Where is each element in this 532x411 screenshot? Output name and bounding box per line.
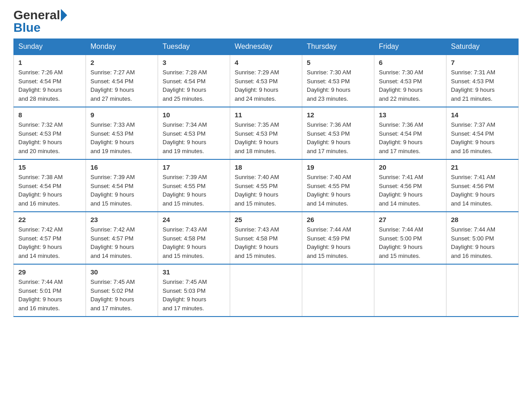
calendar-cell: 28 Sunrise: 7:44 AM Sunset: 5:00 PM Dayl… xyxy=(446,212,519,264)
day-info: Sunrise: 7:45 AM Sunset: 5:03 PM Dayligh… xyxy=(163,278,225,313)
day-number: 2 xyxy=(90,59,153,66)
day-number: 5 xyxy=(307,59,369,66)
calendar-header-row: SundayMondayTuesdayWednesdayThursdayFrid… xyxy=(14,39,519,55)
calendar-cell: 22 Sunrise: 7:42 AM Sunset: 4:57 PM Dayl… xyxy=(14,212,86,264)
calendar-cell xyxy=(446,264,519,317)
day-info: Sunrise: 7:44 AM Sunset: 5:01 PM Dayligh… xyxy=(18,278,81,313)
calendar-cell: 14 Sunrise: 7:37 AM Sunset: 4:54 PM Dayl… xyxy=(446,107,519,159)
day-number: 27 xyxy=(379,216,442,223)
calendar-week-row: 29 Sunrise: 7:44 AM Sunset: 5:01 PM Dayl… xyxy=(14,264,519,317)
calendar-cell: 11 Sunrise: 7:35 AM Sunset: 4:53 PM Dayl… xyxy=(230,107,302,159)
logo: General Blue xyxy=(13,9,67,34)
day-info: Sunrise: 7:30 AM Sunset: 4:53 PM Dayligh… xyxy=(307,68,369,103)
calendar-cell: 2 Sunrise: 7:27 AM Sunset: 4:54 PM Dayli… xyxy=(86,55,158,107)
calendar-cell: 31 Sunrise: 7:45 AM Sunset: 5:03 PM Dayl… xyxy=(158,264,230,317)
day-number: 11 xyxy=(235,111,297,119)
calendar-cell: 24 Sunrise: 7:43 AM Sunset: 4:58 PM Dayl… xyxy=(158,212,230,264)
calendar-cell: 5 Sunrise: 7:30 AM Sunset: 4:53 PM Dayli… xyxy=(302,55,374,107)
day-number: 10 xyxy=(163,111,225,119)
day-number: 23 xyxy=(90,216,153,223)
day-number: 3 xyxy=(163,59,225,66)
calendar-cell: 17 Sunrise: 7:39 AM Sunset: 4:55 PM Dayl… xyxy=(158,159,230,212)
calendar-week-row: 1 Sunrise: 7:26 AM Sunset: 4:54 PM Dayli… xyxy=(14,55,519,107)
day-info: Sunrise: 7:45 AM Sunset: 5:02 PM Dayligh… xyxy=(90,278,153,313)
calendar-cell: 30 Sunrise: 7:45 AM Sunset: 5:02 PM Dayl… xyxy=(86,264,158,317)
day-info: Sunrise: 7:43 AM Sunset: 4:58 PM Dayligh… xyxy=(235,225,297,260)
day-info: Sunrise: 7:39 AM Sunset: 4:55 PM Dayligh… xyxy=(163,173,225,208)
calendar-cell: 9 Sunrise: 7:33 AM Sunset: 4:53 PM Dayli… xyxy=(86,107,158,159)
calendar-cell: 19 Sunrise: 7:40 AM Sunset: 4:55 PM Dayl… xyxy=(302,159,374,212)
day-info: Sunrise: 7:42 AM Sunset: 4:57 PM Dayligh… xyxy=(90,225,153,260)
day-number: 9 xyxy=(90,111,153,119)
day-info: Sunrise: 7:28 AM Sunset: 4:54 PM Dayligh… xyxy=(163,68,225,103)
day-info: Sunrise: 7:36 AM Sunset: 4:54 PM Dayligh… xyxy=(379,120,442,155)
day-number: 25 xyxy=(235,216,297,223)
calendar-cell: 10 Sunrise: 7:34 AM Sunset: 4:53 PM Dayl… xyxy=(158,107,230,159)
calendar-day-header: Saturday xyxy=(446,39,519,55)
day-number: 29 xyxy=(18,268,81,276)
calendar-day-header: Monday xyxy=(86,39,158,55)
day-number: 28 xyxy=(451,216,514,223)
calendar-cell: 18 Sunrise: 7:40 AM Sunset: 4:55 PM Dayl… xyxy=(230,159,302,212)
day-number: 20 xyxy=(379,163,442,171)
day-number: 14 xyxy=(451,111,514,119)
calendar-day-header: Thursday xyxy=(302,39,374,55)
calendar-day-header: Friday xyxy=(374,39,446,55)
logo-blue-text: Blue xyxy=(13,21,67,34)
day-info: Sunrise: 7:40 AM Sunset: 4:55 PM Dayligh… xyxy=(307,173,369,208)
calendar-cell xyxy=(374,264,446,317)
calendar-cell: 1 Sunrise: 7:26 AM Sunset: 4:54 PM Dayli… xyxy=(14,55,86,107)
calendar-cell xyxy=(230,264,302,317)
calendar-cell: 20 Sunrise: 7:41 AM Sunset: 4:56 PM Dayl… xyxy=(374,159,446,212)
calendar-cell: 12 Sunrise: 7:36 AM Sunset: 4:53 PM Dayl… xyxy=(302,107,374,159)
day-number: 12 xyxy=(307,111,369,119)
calendar-cell: 15 Sunrise: 7:38 AM Sunset: 4:54 PM Dayl… xyxy=(14,159,86,212)
day-number: 26 xyxy=(307,216,369,223)
day-info: Sunrise: 7:37 AM Sunset: 4:54 PM Dayligh… xyxy=(451,120,514,155)
day-info: Sunrise: 7:32 AM Sunset: 4:53 PM Dayligh… xyxy=(18,120,81,155)
calendar-cell: 27 Sunrise: 7:44 AM Sunset: 5:00 PM Dayl… xyxy=(374,212,446,264)
day-info: Sunrise: 7:29 AM Sunset: 4:53 PM Dayligh… xyxy=(235,68,297,103)
day-info: Sunrise: 7:26 AM Sunset: 4:54 PM Dayligh… xyxy=(18,68,81,103)
day-info: Sunrise: 7:38 AM Sunset: 4:54 PM Dayligh… xyxy=(18,173,81,208)
calendar-cell: 16 Sunrise: 7:39 AM Sunset: 4:54 PM Dayl… xyxy=(86,159,158,212)
day-info: Sunrise: 7:44 AM Sunset: 4:59 PM Dayligh… xyxy=(307,225,369,260)
calendar-cell: 6 Sunrise: 7:30 AM Sunset: 4:53 PM Dayli… xyxy=(374,55,446,107)
day-number: 22 xyxy=(18,216,81,223)
day-number: 31 xyxy=(163,268,225,276)
calendar-cell: 21 Sunrise: 7:41 AM Sunset: 4:56 PM Dayl… xyxy=(446,159,519,212)
day-info: Sunrise: 7:39 AM Sunset: 4:54 PM Dayligh… xyxy=(90,173,153,208)
day-info: Sunrise: 7:34 AM Sunset: 4:53 PM Dayligh… xyxy=(163,120,225,155)
day-number: 13 xyxy=(379,111,442,119)
day-info: Sunrise: 7:41 AM Sunset: 4:56 PM Dayligh… xyxy=(451,173,514,208)
day-info: Sunrise: 7:31 AM Sunset: 4:53 PM Dayligh… xyxy=(451,68,514,103)
calendar-week-row: 8 Sunrise: 7:32 AM Sunset: 4:53 PM Dayli… xyxy=(14,107,519,159)
calendar-day-header: Sunday xyxy=(14,39,86,55)
day-number: 30 xyxy=(90,268,153,276)
calendar-cell: 8 Sunrise: 7:32 AM Sunset: 4:53 PM Dayli… xyxy=(14,107,86,159)
calendar-table: SundayMondayTuesdayWednesdayThursdayFrid… xyxy=(13,39,519,317)
day-info: Sunrise: 7:44 AM Sunset: 5:00 PM Dayligh… xyxy=(451,225,514,260)
day-number: 8 xyxy=(18,111,81,119)
calendar-week-row: 22 Sunrise: 7:42 AM Sunset: 4:57 PM Dayl… xyxy=(14,212,519,264)
calendar-cell: 3 Sunrise: 7:28 AM Sunset: 4:54 PM Dayli… xyxy=(158,55,230,107)
calendar-cell: 23 Sunrise: 7:42 AM Sunset: 4:57 PM Dayl… xyxy=(86,212,158,264)
day-number: 4 xyxy=(235,59,297,66)
day-info: Sunrise: 7:27 AM Sunset: 4:54 PM Dayligh… xyxy=(90,68,153,103)
day-number: 16 xyxy=(90,163,153,171)
day-number: 18 xyxy=(235,163,297,171)
calendar-cell: 25 Sunrise: 7:43 AM Sunset: 4:58 PM Dayl… xyxy=(230,212,302,264)
day-number: 1 xyxy=(18,59,81,66)
day-info: Sunrise: 7:41 AM Sunset: 4:56 PM Dayligh… xyxy=(379,173,442,208)
day-info: Sunrise: 7:35 AM Sunset: 4:53 PM Dayligh… xyxy=(235,120,297,155)
calendar-week-row: 15 Sunrise: 7:38 AM Sunset: 4:54 PM Dayl… xyxy=(14,159,519,212)
day-info: Sunrise: 7:43 AM Sunset: 4:58 PM Dayligh… xyxy=(163,225,225,260)
day-info: Sunrise: 7:30 AM Sunset: 4:53 PM Dayligh… xyxy=(379,68,442,103)
day-number: 15 xyxy=(18,163,81,171)
calendar-day-header: Tuesday xyxy=(158,39,230,55)
day-number: 24 xyxy=(163,216,225,223)
day-number: 21 xyxy=(451,163,514,171)
day-number: 6 xyxy=(379,59,442,66)
calendar-cell: 13 Sunrise: 7:36 AM Sunset: 4:54 PM Dayl… xyxy=(374,107,446,159)
calendar-cell xyxy=(302,264,374,317)
